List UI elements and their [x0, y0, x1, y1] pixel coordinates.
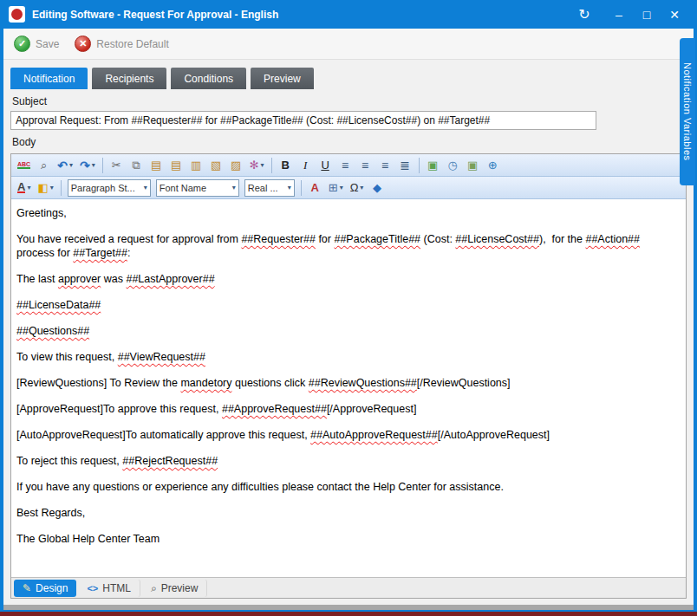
copy-icon[interactable]: ⧉: [127, 156, 146, 174]
insert-time-icon[interactable]: ◷: [444, 156, 462, 174]
editor-toolbar-row2: A▾◧▾Paragraph St...▾Font Name▾Real ...▾A…: [11, 177, 686, 199]
editor-mode-preview[interactable]: ⌕Preview: [142, 580, 207, 597]
tab-bar: NotificationRecipientsConditionsPreview: [10, 68, 687, 89]
save-label: Save: [36, 38, 59, 50]
toolbar-separator: [102, 158, 103, 173]
right-align-icon[interactable]: ≡: [376, 156, 394, 174]
editor-mode-label: HTML: [102, 582, 131, 594]
chevron-down-icon: ▾: [69, 161, 73, 169]
bold-icon[interactable]: B: [277, 156, 295, 174]
spellcheck-icon[interactable]: ABC: [15, 156, 33, 174]
window-title: Editing Software - Request For Approval …: [32, 9, 278, 21]
chevron-down-icon: ▾: [50, 184, 54, 191]
editor-mode-label: Preview: [161, 582, 199, 594]
insert-table-icon[interactable]: ⊞▾: [326, 178, 346, 197]
editor-toolbar-row1: ABC⌕↶▾↷▾✂⧉▤▤▥▧▨✻▾BIU≡≡≡≣▣◷▣⊕: [11, 154, 686, 177]
hyperlink-icon[interactable]: ⊕: [484, 156, 502, 174]
misspelled-text: ##LicenseCost##: [455, 233, 539, 245]
toolbar-separator: [271, 158, 272, 173]
misspelled-text: ##Target##: [73, 247, 127, 259]
cut-icon[interactable]: ✂: [107, 156, 126, 174]
highlight-color-icon[interactable]: ◧▾: [35, 178, 55, 197]
find-icon[interactable]: ⌕: [35, 156, 53, 174]
insert-image-icon[interactable]: ▣: [424, 156, 442, 174]
window-resize-edge[interactable]: [3, 605, 694, 610]
italic-icon[interactable]: I: [296, 156, 315, 174]
paste-from-word-icon[interactable]: ▤: [167, 156, 186, 174]
body-paragraph: ##LicenseData##: [16, 298, 681, 312]
paste-icon[interactable]: ▤: [147, 156, 166, 174]
editor-mode-design[interactable]: ✎Design: [14, 580, 76, 597]
rich-text-editor: ABC⌕↶▾↷▾✂⧉▤▤▥▧▨✻▾BIU≡≡≡≣▣◷▣⊕ A▾◧▾Paragra…: [10, 153, 687, 599]
chevron-down-icon: ▾: [232, 184, 236, 191]
misspelled-text: ##Questions##: [16, 325, 89, 337]
center-align-icon[interactable]: ≡: [356, 156, 375, 174]
css-class-icon[interactable]: A: [306, 178, 324, 197]
body-paragraph: ##Questions##: [16, 324, 681, 338]
paste-html-icon[interactable]: ▨: [227, 156, 245, 174]
misspelled-text: ##Requester##: [241, 233, 315, 245]
chevron-down-icon: ▾: [360, 184, 363, 191]
code-icon: <>: [87, 583, 98, 593]
paragraph-style-select[interactable]: Paragraph St...▾: [68, 179, 151, 197]
misspelled-text: ##LicenseData##: [16, 299, 101, 311]
font-size-select[interactable]: Real ...▾: [244, 179, 295, 197]
pencil-icon: ✎: [23, 582, 31, 594]
insert-flash-icon[interactable]: ◆: [368, 178, 386, 197]
chevron-down-icon: ▾: [144, 184, 147, 191]
body-paragraph: The last approver was ##LastApprover##: [16, 272, 681, 286]
misspelled-text: ##ApproveRequest##: [222, 403, 327, 415]
tab-notification[interactable]: Notification: [10, 68, 88, 89]
titlebar[interactable]: Editing Software - Request For Approval …: [0, 0, 697, 29]
undo-icon[interactable]: ↶▾: [55, 156, 75, 174]
subject-input[interactable]: [10, 111, 596, 130]
editor-mode-label: Design: [36, 582, 68, 594]
toolbar-separator: [301, 180, 302, 196]
left-align-icon[interactable]: ≡: [336, 156, 355, 174]
chevron-down-icon: ▾: [27, 184, 30, 191]
body-paragraph: If you have any questions or experience …: [16, 480, 681, 494]
misspelled-text: ##AutoApproveRequest##: [310, 429, 438, 441]
justify-icon[interactable]: ≣: [396, 156, 414, 174]
font-name-select[interactable]: Font Name▾: [156, 179, 239, 197]
misspelled-text: ##LastApprover##: [126, 273, 214, 285]
desktop-background: Editing Software - Request For Approval …: [0, 0, 697, 616]
restore-default-button[interactable]: ✕ Restore Default: [75, 36, 168, 52]
misspelled-text: ##RejectRequest##: [122, 455, 218, 467]
refresh-button[interactable]: ↻: [570, 4, 598, 25]
tab-conditions[interactable]: Conditions: [171, 68, 246, 89]
body-paragraph: [AutoApproveRequest]To automatically app…: [16, 428, 681, 442]
underline-icon[interactable]: U: [316, 156, 335, 174]
paragraph-style-select-value: Paragraph St...: [71, 183, 135, 193]
tab-recipients[interactable]: Recipients: [92, 68, 166, 89]
misspelled-text: ##ReviewQuestions##: [309, 377, 417, 389]
toolbar-separator: [61, 180, 62, 196]
close-button[interactable]: ✕: [661, 4, 688, 25]
redo-icon[interactable]: ↷▾: [77, 156, 98, 174]
notification-variables-tab[interactable]: Notification Variables: [680, 38, 695, 185]
format-stripper-icon[interactable]: ✻▾: [247, 156, 267, 174]
chevron-down-icon: ▾: [261, 161, 264, 169]
subject-label: Subject: [12, 95, 685, 107]
app-logo-icon: [9, 6, 25, 23]
save-check-icon: ✓: [14, 36, 30, 52]
save-button[interactable]: ✓ Save: [14, 36, 59, 52]
preview-icon: ⌕: [151, 582, 157, 594]
chevron-down-icon: ▾: [288, 184, 291, 191]
editor-mode-html[interactable]: <>HTML: [78, 580, 140, 597]
restore-x-icon: ✕: [75, 36, 91, 52]
maximize-button[interactable]: □: [633, 4, 661, 25]
tab-preview[interactable]: Preview: [251, 68, 314, 89]
font-color-icon[interactable]: A▾: [15, 178, 33, 197]
insert-symbol-icon[interactable]: Ω▾: [348, 178, 367, 197]
paste-as-html-icon[interactable]: ▧: [207, 156, 225, 174]
paste-plain-text-icon[interactable]: ▥: [187, 156, 205, 174]
body-paragraph: To reject this request, ##RejectRequest#…: [16, 454, 681, 468]
minimize-button[interactable]: –: [605, 4, 633, 25]
restore-default-label: Restore Default: [96, 38, 168, 50]
editor-body[interactable]: Greetings,You have received a request fo…: [11, 199, 686, 577]
insert-media-icon[interactable]: ▣: [464, 156, 482, 174]
body-paragraph: [ReviewQuestions] To Review the mandetor…: [16, 376, 681, 390]
chevron-down-icon: ▾: [340, 184, 343, 191]
body-label: Body: [12, 136, 685, 148]
